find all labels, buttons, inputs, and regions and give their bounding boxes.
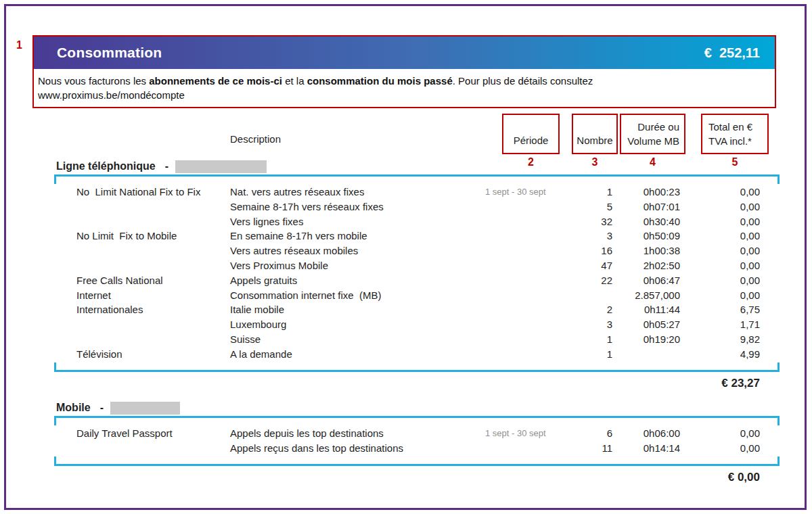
section-bracket-top	[54, 416, 780, 425]
column-header-duree-line1: Durée ou	[637, 120, 679, 134]
section-bracket-bottom	[54, 458, 780, 466]
row-nombre: 47	[553, 258, 612, 273]
row-total: 0,00	[680, 185, 760, 200]
row-periode	[485, 258, 553, 273]
section-title-dash: -	[165, 160, 168, 172]
column-header-nombre-box: Nombre	[572, 114, 618, 154]
section-bracket-bottom	[54, 364, 780, 372]
row-nombre: 22	[553, 273, 612, 288]
table-row: InternationalesItalie mobile20h11:446,75	[54, 302, 780, 317]
row-periode: 1 sept - 30 sept	[485, 426, 553, 441]
row-periode	[485, 317, 553, 332]
table-row: Vers autres réseaux mobiles161h00:380,00	[54, 243, 780, 258]
row-description: Appels gratuits	[230, 273, 485, 288]
row-total: 0,00	[680, 441, 760, 456]
row-description: Luxembourg	[230, 317, 485, 332]
intro-text-2: et la	[282, 75, 307, 87]
row-nombre: 16	[553, 243, 612, 258]
section-subtotal: € 23,27	[54, 377, 780, 390]
row-duree: 0h06:00	[612, 426, 680, 441]
row-periode	[485, 229, 553, 243]
billing-explanation: Nous vous facturons les abonnements de c…	[34, 69, 775, 102]
row-duree: 0h30:40	[612, 214, 680, 229]
table-row: Vers lignes fixes320h30:400,00	[54, 214, 780, 229]
table-row: TélévisionA la demande14,99	[54, 347, 780, 362]
row-periode	[485, 200, 553, 214]
table-row: Suisse10h19:209,82	[54, 332, 780, 347]
row-category	[76, 243, 230, 258]
row-category: Internationales	[76, 302, 230, 317]
column-header-nombre: Nombre	[577, 133, 612, 147]
row-description: Vers Proximus Mobile	[230, 258, 485, 273]
intro-text-1: Nous vous facturons les	[38, 75, 149, 87]
row-nombre: 32	[553, 214, 612, 229]
row-duree: 2.857,000	[612, 288, 680, 303]
row-total: 4,99	[680, 347, 760, 362]
row-duree: 0h05:27	[612, 317, 680, 332]
table-row: Appels reçus dans les top destinations11…	[54, 441, 780, 456]
consumption-header-bar: Consommation € 252,11	[34, 37, 775, 69]
section-heading-consommation: Consommation	[57, 45, 162, 61]
row-nombre: 6	[553, 426, 612, 441]
column-header-total-line1: Total en €	[708, 120, 752, 134]
section-title-row: Ligne téléphonique -	[54, 158, 780, 174]
column-header-description: Description	[230, 133, 281, 145]
consumption-header-box: Consommation € 252,11 Nous vous facturon…	[32, 35, 776, 108]
row-nombre: 1	[553, 332, 612, 347]
row-periode	[485, 332, 553, 347]
row-description: Nat. vers autres réseaux fixes	[230, 185, 485, 200]
row-nombre: 5	[553, 200, 612, 214]
table-row: Vers Proximus Mobile472h02:500,00	[54, 258, 780, 273]
row-nombre	[553, 288, 612, 303]
row-description: Suisse	[230, 332, 485, 347]
row-category: Daily Travel Passport	[76, 426, 230, 441]
table-row: Free Calls NationalAppels gratuits220h06…	[54, 273, 780, 288]
row-nombre: 3	[553, 229, 612, 243]
table-row: Luxembourg30h05:271,71	[54, 317, 780, 332]
row-duree: 0h11:44	[612, 302, 680, 317]
row-description: Vers autres réseaux mobiles	[230, 243, 485, 258]
column-header-total-box: Total en € TVA incl.*	[701, 114, 769, 154]
row-duree: 0h06:47	[612, 273, 680, 288]
row-total: 0,00	[680, 214, 760, 229]
section-title-row: Mobile -	[54, 400, 780, 416]
intro-bold-1: abonnements de ce mois-ci	[149, 75, 282, 87]
row-duree	[612, 347, 680, 362]
row-total: 0,00	[680, 243, 760, 258]
column-header-periode: Période	[514, 133, 549, 147]
row-nombre: 2	[553, 302, 612, 317]
row-category	[76, 258, 230, 273]
section-rows: No Limit National Fix to FixNat. vers au…	[54, 184, 780, 364]
section-title: Ligne téléphonique	[56, 160, 156, 172]
row-periode: 1 sept - 30 sept	[485, 185, 553, 200]
row-duree: 1h00:38	[612, 243, 680, 258]
row-description: Vers lignes fixes	[230, 214, 485, 229]
row-total: 1,71	[680, 317, 760, 332]
table-row: Daily Travel PassportAppels depuis les t…	[54, 426, 780, 441]
row-category: Internet	[76, 288, 230, 303]
row-category	[76, 332, 230, 347]
row-category	[76, 200, 230, 214]
section-subtotal: € 0,00	[54, 471, 780, 484]
row-category: Free Calls National	[76, 273, 230, 288]
row-description: Consommation internet fixe (MB)	[230, 288, 485, 303]
row-description: Semaine 8-17h vers réseaux fixes	[230, 200, 485, 214]
row-nombre: 1	[553, 347, 612, 362]
row-periode	[485, 243, 553, 258]
section-ligne-telephonique: Ligne téléphonique - No Limit National F…	[54, 158, 780, 390]
row-category: No Limit Fix to Mobile	[76, 229, 230, 243]
row-total: 6,75	[680, 302, 760, 317]
row-nombre: 11	[553, 441, 612, 456]
row-nombre: 1	[553, 185, 612, 200]
row-duree: 2h02:50	[612, 258, 680, 273]
row-category	[76, 214, 230, 229]
table-row: No Limit National Fix to FixNat. vers au…	[54, 185, 780, 200]
redacted-phone-number	[175, 160, 267, 173]
row-duree: 0h19:20	[612, 332, 680, 347]
row-periode	[485, 347, 553, 362]
row-total: 0,00	[680, 229, 760, 243]
intro-bold-2: consommation du mois passé	[307, 75, 453, 87]
redacted-mobile-number	[110, 402, 180, 415]
row-duree: 0h14:14	[612, 441, 680, 456]
row-periode	[485, 273, 553, 288]
